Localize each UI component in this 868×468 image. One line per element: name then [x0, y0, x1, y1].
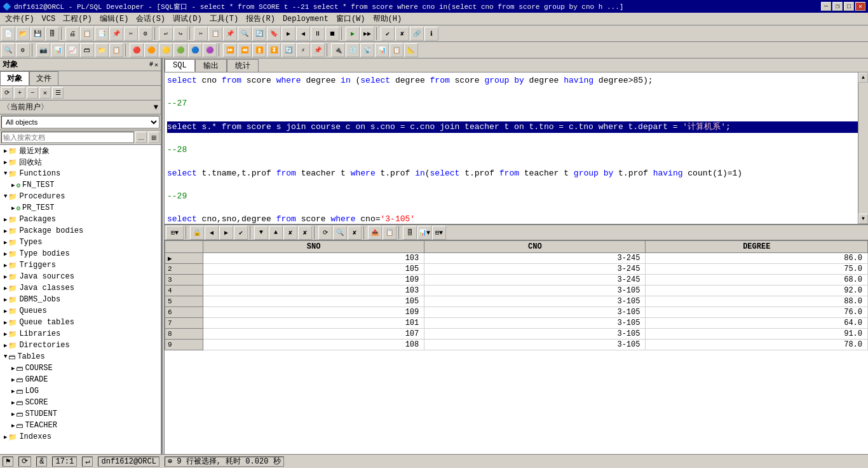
- maximize-btn[interactable]: □: [844, 2, 854, 11]
- results-check-btn[interactable]: ✔: [234, 226, 248, 240]
- tb2-1[interactable]: 🔍: [1, 43, 15, 57]
- tree-item-java-classes[interactable]: ▶ 📁 Java classes: [0, 282, 161, 294]
- tb2-19[interactable]: 🔄: [281, 43, 295, 57]
- expand-queue-tables-arrow[interactable]: ▶: [4, 319, 7, 326]
- tb2-18[interactable]: ⏬: [267, 43, 281, 57]
- tb2-8[interactable]: 📋: [109, 43, 123, 57]
- tree-remove-btn[interactable]: −: [27, 87, 38, 99]
- results-clear-btn[interactable]: ✘: [348, 226, 362, 240]
- expand-package-bodies-arrow[interactable]: ▶: [4, 228, 7, 235]
- expand-score-arrow[interactable]: ▶: [11, 399, 15, 406]
- tree-item-course[interactable]: ▶ 🗃 COURSE: [0, 362, 161, 374]
- scroll-up-btn[interactable]: ▲: [858, 72, 868, 83]
- close-btn[interactable]: ✕: [855, 2, 865, 11]
- editor-scrollbar[interactable]: ▲ ▼: [858, 72, 868, 224]
- results-chart-btn[interactable]: 📊▼: [417, 226, 431, 240]
- expand-queues-arrow[interactable]: ▶: [4, 308, 7, 315]
- results-reject-btn[interactable]: ✘: [283, 226, 297, 240]
- tab-output[interactable]: 输出: [195, 59, 227, 72]
- results-next-btn[interactable]: ▶: [219, 226, 233, 240]
- menu-deployment[interactable]: Deployment: [279, 14, 332, 24]
- tree-item-recent[interactable]: ▶ 📁 最近对象: [0, 145, 161, 156]
- table-row[interactable]: 71013-10564.0: [165, 318, 868, 329]
- tb-rollback[interactable]: ✘: [395, 27, 409, 41]
- tb2-conn5[interactable]: 📋: [390, 43, 403, 57]
- results-down-btn[interactable]: ▼: [254, 226, 268, 240]
- menu-project[interactable]: 工程(P): [59, 13, 96, 25]
- tb2-conn6[interactable]: 📐: [404, 43, 418, 57]
- expand-teacher-arrow[interactable]: ▶: [11, 422, 15, 429]
- scroll-down-btn[interactable]: ▼: [858, 214, 868, 224]
- tab-sql[interactable]: SQL: [165, 59, 195, 72]
- tb2-12[interactable]: 🟢: [173, 43, 187, 57]
- tb-bookmark[interactable]: 🔖: [267, 27, 281, 41]
- tb2-7[interactable]: 📁: [95, 43, 109, 57]
- tb-redo[interactable]: ↪: [173, 27, 187, 41]
- tb2-11[interactable]: 🟡: [159, 43, 173, 57]
- expand-course-arrow[interactable]: ▶: [11, 365, 15, 372]
- tb-cut2[interactable]: ✂: [194, 27, 208, 41]
- menu-vcs[interactable]: VCS: [38, 14, 60, 24]
- menu-help[interactable]: 帮助(H): [369, 13, 406, 25]
- menu-tools[interactable]: 工具(T): [206, 13, 243, 25]
- tree-item-functions[interactable]: ▼ 📁 Functions: [0, 168, 161, 179]
- tb2-conn3[interactable]: 📡: [360, 43, 374, 57]
- tb-b1[interactable]: ▶: [281, 27, 295, 41]
- tb-copy[interactable]: 📑: [95, 27, 109, 41]
- tree-add-btn[interactable]: +: [14, 87, 25, 99]
- tb2-13[interactable]: 🔵: [188, 43, 202, 57]
- expand-tables-arrow[interactable]: ▼: [4, 354, 7, 360]
- table-row[interactable]: 81073-10591.0: [165, 329, 868, 340]
- tb2-2[interactable]: ⚙: [16, 43, 30, 57]
- tb2-6[interactable]: 🗃: [80, 43, 94, 57]
- tb-open[interactable]: 📂: [16, 27, 30, 41]
- expand-packages-arrow[interactable]: ▶: [4, 216, 7, 223]
- tb-b3[interactable]: ⏸: [311, 27, 325, 41]
- expand-java-sources-arrow[interactable]: ▶: [4, 273, 7, 280]
- expand-recycle-arrow[interactable]: ▶: [4, 159, 7, 166]
- tree-item-java-sources[interactable]: ▶ 📁 Java sources: [0, 271, 161, 282]
- tb2-14[interactable]: 🟣: [203, 43, 217, 57]
- results-lock-btn[interactable]: 🔒: [190, 226, 204, 240]
- user-dropdown[interactable]: 〈当前用户〉 ▼: [0, 100, 161, 114]
- tb-about[interactable]: ℹ: [424, 27, 438, 41]
- tb-paste[interactable]: 📌: [109, 27, 123, 41]
- panel-close-btn[interactable]: ✕: [154, 61, 158, 69]
- tree-item-fn-test[interactable]: ▶ ⚙ FN_TEST: [0, 179, 161, 191]
- menu-window[interactable]: 窗口(W): [332, 13, 369, 25]
- tb-print2[interactable]: 📋: [80, 27, 94, 41]
- tree-item-queues[interactable]: ▶ 📁 Queues: [0, 305, 161, 317]
- search-clear-btn[interactable]: ⊞: [148, 132, 159, 143]
- expand-types-arrow[interactable]: ▶: [4, 239, 7, 246]
- tree-item-queue-tables[interactable]: ▶ 📁 Queue tables: [0, 317, 161, 328]
- tb2-3[interactable]: 📷: [36, 43, 50, 57]
- objects-filter-select[interactable]: All objects: [1, 116, 159, 128]
- menu-edit[interactable]: 编辑(E): [96, 13, 133, 25]
- tb-paste2[interactable]: 📌: [223, 27, 237, 41]
- col-sno[interactable]: SNO: [203, 241, 424, 253]
- tree-item-libraries[interactable]: ▶ 📁 Libraries: [0, 328, 161, 340]
- tb-commit[interactable]: ✔: [381, 27, 395, 41]
- tree-item-procedures[interactable]: ▼ 📁 Procedures: [0, 191, 161, 202]
- tb-new[interactable]: 📄: [1, 27, 15, 41]
- tree-item-recycle[interactable]: ▶ 📁 回收站: [0, 156, 161, 168]
- tree-item-directories[interactable]: ▶ 📁 Directories: [0, 340, 161, 351]
- expand-student-arrow[interactable]: ▶: [11, 411, 15, 418]
- expand-log-arrow[interactable]: ▶: [11, 388, 15, 395]
- tb2-15[interactable]: ⏩: [223, 43, 237, 57]
- tree-item-type-bodies[interactable]: ▶ 📁 Type bodies: [0, 248, 161, 259]
- table-row[interactable]: 91083-10578.0: [165, 340, 868, 350]
- tab-objects[interactable]: 对象: [0, 71, 29, 85]
- expand-grade-arrow[interactable]: ▶: [11, 376, 15, 383]
- tree-item-package-bodies[interactable]: ▶ 📁 Package bodies: [0, 225, 161, 237]
- tb-undo[interactable]: ↩: [159, 27, 173, 41]
- expand-fn-test-arrow[interactable]: ▶: [11, 182, 15, 189]
- search-input[interactable]: [1, 132, 134, 143]
- expand-triggers-arrow[interactable]: ▶: [4, 262, 7, 269]
- tree-item-grade[interactable]: ▶ 🗃 GRADE: [0, 374, 161, 385]
- tb2-conn4[interactable]: 📊: [375, 43, 389, 57]
- expand-recent-arrow[interactable]: ▶: [4, 148, 7, 155]
- menu-debug[interactable]: 调试(D): [169, 13, 206, 25]
- tab-files[interactable]: 文件: [29, 71, 58, 85]
- results-prev-btn[interactable]: ◀: [205, 226, 219, 240]
